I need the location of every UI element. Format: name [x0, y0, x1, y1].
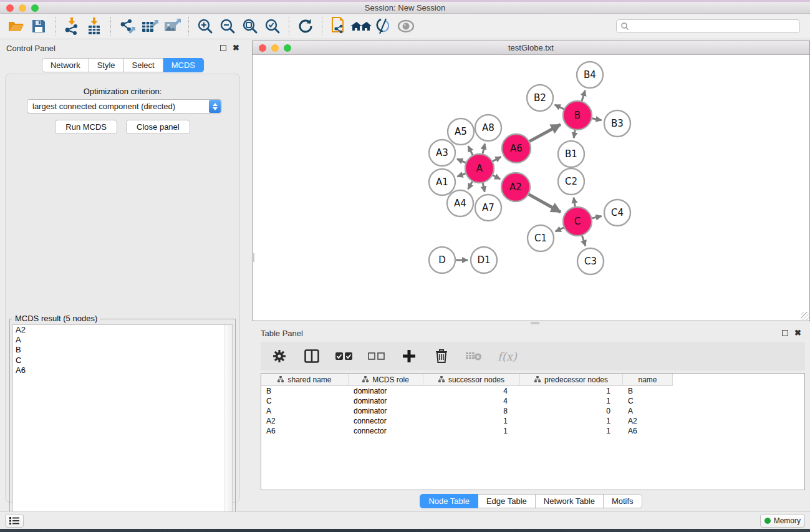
close-panel-icon[interactable]: ✖ — [233, 45, 239, 51]
graph-node-C3[interactable]: C3 — [577, 248, 604, 274]
graph-node-A5[interactable]: A5 — [448, 118, 474, 145]
graph-edge-C-C2[interactable] — [574, 198, 575, 207]
optimization-criterion-dropdown[interactable]: largest connected component (directed) — [27, 99, 222, 114]
mcds-result-item[interactable]: A — [13, 335, 232, 345]
graph-edge-A-A7[interactable] — [483, 183, 485, 191]
mcds-result-list[interactable]: A2ABCA6 — [12, 324, 233, 530]
export-table-icon[interactable] — [138, 16, 161, 37]
refresh-icon[interactable] — [294, 16, 317, 37]
export-network-icon[interactable] — [116, 16, 138, 37]
graph-node-A8[interactable]: A8 — [475, 115, 501, 141]
resize-grip[interactable] — [801, 312, 809, 320]
graph-node-B2[interactable]: B2 — [527, 85, 553, 111]
column-header-shared-name[interactable]: shared name — [261, 374, 349, 386]
toggle-graphics-details-icon[interactable] — [372, 16, 395, 37]
close-panel-button[interactable]: Close panel — [126, 120, 190, 134]
graph-node-D[interactable]: D — [429, 247, 455, 273]
graph-node-B4[interactable]: B4 — [577, 62, 603, 88]
graph-edge-B-B1[interactable] — [574, 130, 575, 138]
birds-eye-icon[interactable] — [395, 16, 417, 37]
zoom-fit-icon[interactable] — [239, 16, 261, 37]
graph-node-C4[interactable]: C4 — [604, 200, 630, 226]
task-history-button[interactable] — [5, 514, 24, 528]
tab-edge-table[interactable]: Edge Table — [478, 494, 536, 508]
mcds-result-item[interactable]: A2 — [13, 325, 232, 335]
graph-edge-A6-B[interactable] — [529, 125, 561, 142]
graph-edge-B-B3[interactable] — [592, 118, 602, 120]
import-network-icon[interactable] — [60, 16, 83, 37]
export-image-icon[interactable] — [161, 16, 183, 37]
table-row[interactable]: Bdominator41B — [261, 386, 804, 396]
home-icon[interactable] — [350, 16, 372, 37]
graph-node-A6[interactable]: A6 — [502, 134, 531, 163]
zoom-window-button[interactable] — [31, 4, 39, 12]
graph-node-A[interactable]: A — [465, 154, 494, 183]
graph-edge-A-A5[interactable] — [468, 146, 473, 155]
zoom-in-icon[interactable] — [194, 16, 216, 37]
select-all-icon[interactable] — [335, 347, 353, 365]
graph-edge-A2-C[interactable] — [529, 195, 561, 212]
graph-edge-A-A3[interactable] — [457, 159, 466, 163]
mcds-result-item[interactable]: C — [13, 355, 232, 365]
graph-node-C2[interactable]: C2 — [558, 168, 584, 195]
import-table-icon[interactable] — [83, 16, 105, 37]
table-row[interactable]: A6connector11A6 — [261, 426, 804, 436]
window-controls[interactable] — [6, 4, 39, 12]
graph-edge-A-A6[interactable] — [493, 157, 501, 161]
deselect-all-icon[interactable] — [368, 347, 385, 365]
graph-node-A4[interactable]: A4 — [447, 190, 473, 216]
node-table[interactable]: shared nameMCDS rolesuccessor nodesprede… — [261, 373, 805, 490]
graph-node-C1[interactable]: C1 — [528, 225, 554, 251]
column-header-successor-nodes[interactable]: successor nodes — [423, 374, 520, 386]
close-network-window-button[interactable] — [259, 44, 266, 52]
zoom-selected-icon[interactable] — [261, 16, 284, 37]
zoom-network-window-button[interactable] — [284, 44, 291, 52]
zoom-out-icon[interactable] — [216, 16, 239, 37]
graph-edge-B-B2[interactable] — [555, 105, 564, 109]
table-row[interactable]: Cdominator41C — [261, 396, 804, 406]
graph-edge-A-A4[interactable] — [468, 181, 473, 189]
duplicate-network-icon[interactable] — [327, 16, 350, 37]
search-input[interactable] — [616, 19, 800, 33]
graph-edge-C-C3[interactable] — [582, 236, 585, 246]
graph-node-B[interactable]: B — [563, 101, 592, 130]
open-session-icon[interactable] — [5, 16, 27, 37]
column-header-name[interactable]: name — [623, 374, 673, 386]
table-row[interactable]: Adominator80A — [261, 406, 804, 416]
mcds-result-item[interactable]: B — [13, 345, 232, 355]
list-scrollbar[interactable] — [224, 325, 232, 529]
graph-node-D1[interactable]: D1 — [471, 247, 497, 273]
graph-node-C[interactable]: C — [563, 207, 592, 236]
tab-network[interactable]: Network — [42, 58, 89, 72]
column-header-predecessor-nodes[interactable]: predecessor nodes — [520, 374, 623, 386]
tab-mcds[interactable]: MCDS — [163, 58, 204, 72]
graph-node-A3[interactable]: A3 — [429, 140, 455, 166]
graph-node-B1[interactable]: B1 — [558, 141, 584, 167]
graph-edge-C-C4[interactable] — [592, 216, 601, 218]
minimize-window-button[interactable] — [19, 4, 26, 12]
graph-node-A1[interactable]: A1 — [429, 169, 455, 195]
tab-style[interactable]: Style — [89, 58, 124, 72]
float-table-panel-icon[interactable] — [782, 330, 788, 336]
save-session-icon[interactable] — [27, 16, 50, 37]
graph-edge-C-C1[interactable] — [556, 228, 564, 231]
network-window-controls[interactable] — [259, 44, 291, 52]
tab-network-table[interactable]: Network Table — [536, 494, 604, 508]
memory-button[interactable]: Memory — [760, 514, 805, 528]
table-row[interactable]: A2connector11A2 — [261, 416, 804, 426]
run-mcds-button[interactable]: Run MCDS — [55, 120, 117, 134]
tab-select[interactable]: Select — [124, 58, 163, 72]
graph-node-A7[interactable]: A7 — [475, 195, 501, 221]
graph-edge-A-A1[interactable] — [457, 173, 465, 177]
close-window-button[interactable] — [6, 4, 14, 12]
float-panel-icon[interactable] — [220, 45, 226, 51]
column-header-MCDS-role[interactable]: MCDS role — [349, 374, 423, 386]
add-column-icon[interactable] — [400, 347, 418, 365]
minimize-network-window-button[interactable] — [271, 44, 279, 52]
graph-node-A2[interactable]: A2 — [501, 173, 530, 201]
close-table-panel-icon[interactable]: ✖ — [794, 330, 801, 336]
delete-column-icon[interactable] — [433, 347, 450, 365]
network-canvas[interactable]: B4B2BB3B1A5A8A6A3AA1A2A4A7C2C4CC1C3DD1 — [253, 55, 809, 321]
table-options-gear-icon[interactable] — [271, 347, 288, 365]
tab-node-table[interactable]: Node Table — [420, 494, 478, 508]
